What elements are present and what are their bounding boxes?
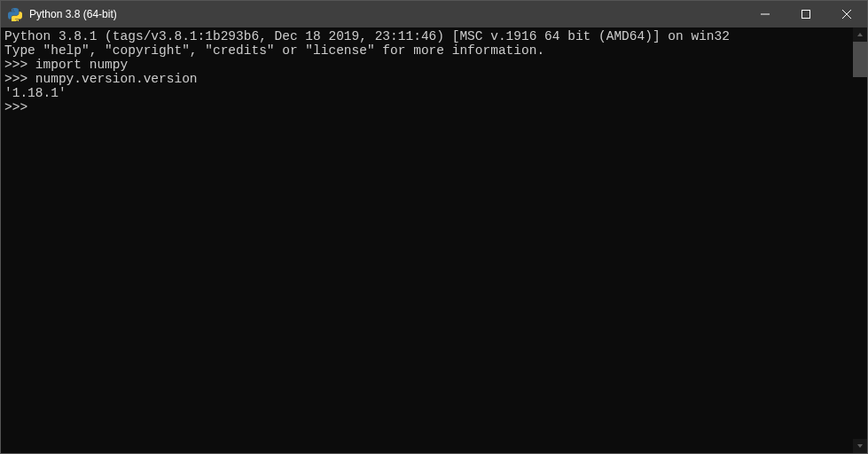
close-button[interactable] <box>826 1 867 27</box>
window-controls <box>745 1 867 27</box>
svg-rect-0 <box>802 11 810 19</box>
terminal-line: >>> import numpy <box>4 58 128 72</box>
terminal-line: Type "help", "copyright", "credits" or "… <box>4 43 544 58</box>
terminal-prompt: >>> <box>4 100 35 114</box>
application-window: Python 3.8 (64-bit) Python 3.8.1 (tags/v… <box>0 0 868 454</box>
vertical-scrollbar[interactable] <box>853 27 867 453</box>
python-icon <box>8 7 22 21</box>
scroll-down-button[interactable] <box>853 439 867 453</box>
terminal-output[interactable]: Python 3.8.1 (tags/v3.8.1:1b293b6, Dec 1… <box>1 27 853 453</box>
scroll-thumb[interactable] <box>853 42 867 77</box>
terminal-line: Python 3.8.1 (tags/v3.8.1:1b293b6, Dec 1… <box>4 29 730 43</box>
terminal-area: Python 3.8.1 (tags/v3.8.1:1b293b6, Dec 1… <box>1 27 867 453</box>
titlebar[interactable]: Python 3.8 (64-bit) <box>1 1 867 27</box>
terminal-line: >>> numpy.version.version <box>4 72 198 86</box>
maximize-button[interactable] <box>786 1 826 27</box>
minimize-button[interactable] <box>745 1 786 27</box>
terminal-line: '1.18.1' <box>4 86 66 100</box>
window-title: Python 3.8 (64-bit) <box>27 8 745 20</box>
scroll-up-button[interactable] <box>853 27 867 42</box>
